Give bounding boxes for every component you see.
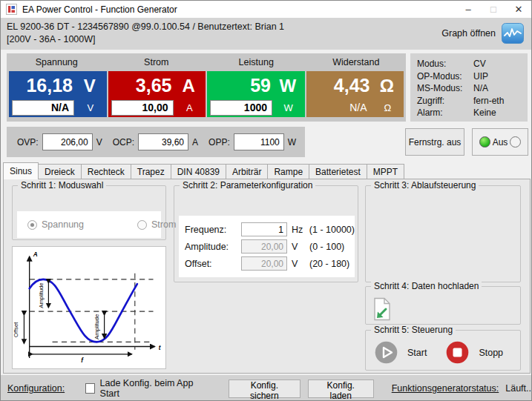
upload-file-icon[interactable] (372, 297, 392, 321)
autoload-checkbox[interactable] (85, 383, 94, 394)
open-graph-button[interactable]: Graph öffnen (441, 23, 524, 44)
power-value: 59 (207, 75, 271, 96)
current-set-unit: A (174, 102, 206, 113)
opp-input[interactable] (234, 133, 284, 150)
resistance-set-value: N/A (309, 102, 372, 113)
voltage-set-input[interactable] (12, 100, 74, 116)
period-label: f (81, 357, 84, 364)
opp-label: OPP: (208, 137, 230, 148)
radio-spannung[interactable]: Spannung (27, 219, 84, 230)
step1-group: Schritt 1: Moduswahl Spannung Strom (12, 185, 166, 240)
status-label-alarm: Alarm: (417, 107, 473, 118)
radio-selected-icon (27, 220, 37, 230)
remote-control-button[interactable]: Fernstrg. aus (405, 128, 464, 156)
channel-label-resistance: Widerstand (306, 57, 407, 67)
voltage-set-unit: V (74, 102, 107, 113)
status-label-ms-modus: MS-Modus: (417, 83, 473, 93)
step4-title: Schritt 4: Daten hochladen (371, 281, 482, 291)
step3-group: Schritt 3: Ablaufsteuerung (365, 185, 521, 282)
tab-din40839[interactable]: DIN 40839 (171, 164, 226, 179)
load-config-button[interactable]: Konfig. laden (308, 380, 374, 398)
radio-strom[interactable]: Strom (137, 219, 176, 230)
ovp-input[interactable] (42, 133, 93, 150)
footer-bar: Konfiguration: Lade Konfig. beim App Sta… (1, 375, 531, 401)
minimize-icon[interactable]: – (456, 1, 481, 18)
voltage-display: 16,18 V V (9, 71, 107, 117)
stop-label: Stopp (479, 348, 503, 358)
status-value-alarm: Keine (473, 107, 496, 118)
tab-sinus[interactable]: Sinus (3, 162, 39, 179)
tab-rampe[interactable]: Rampe (267, 164, 309, 179)
window-title: EA Power Control - Function Generator (22, 4, 177, 15)
ocp-input[interactable] (138, 133, 188, 150)
ovp-label: OVP: (17, 137, 39, 148)
channel-label-current: Strom (107, 57, 207, 67)
power-set-input[interactable] (210, 100, 272, 116)
tab-arbitraer[interactable]: Arbiträr (226, 164, 268, 179)
amplitude-upper-label: Amplitude (38, 282, 45, 308)
amplitude-unit: V (292, 242, 309, 252)
app-window: EA Power Control - Function Generator – … (0, 0, 532, 401)
offset-unit: V (292, 259, 309, 269)
save-config-button[interactable]: Konfig. sichern (229, 380, 301, 398)
channel-label-power: Leistung (206, 57, 306, 67)
remote-control-label: Fernstrg. aus (409, 137, 462, 148)
amplitude-input[interactable] (241, 239, 287, 253)
device-info-line1: EL 9200-36 DT - 1234567890 @99.0.100.54 … (7, 21, 284, 32)
step1-title: Schritt 1: Moduswahl (18, 180, 106, 190)
close-icon[interactable]: ✕ (506, 1, 531, 18)
status-label-zugriff: Zugriff: (417, 96, 473, 106)
device-info-line2: [200V - 36A - 1000W] (7, 34, 96, 44)
stop-icon[interactable] (446, 341, 469, 364)
step5-title: Schritt 5: Steuerung (371, 325, 456, 335)
fg-status-label: Funktionsgeneratorstatus: (392, 383, 499, 394)
current-value: 3,65 (108, 75, 172, 96)
tab-batterietest[interactable]: Batterietest (309, 164, 367, 179)
status-value-ms-modus: N/A (473, 83, 488, 93)
measurement-panel: Spannung Strom Leistung Widerstand 16,18… (7, 53, 406, 122)
graph-icon[interactable] (502, 23, 524, 44)
tab-rechteck[interactable]: Rechteck (81, 164, 131, 179)
opp-unit: W (288, 137, 296, 148)
play-icon[interactable] (375, 341, 398, 364)
amplitude-range: (0 - 100) (309, 242, 344, 252)
sinus-tab-panel: Schritt 1: Moduswahl Spannung Strom Schr… (3, 179, 531, 374)
axis-t-label: t (159, 345, 162, 351)
led-on-icon (479, 136, 490, 148)
parameter-panel: Frequenz: Hz (1 - 10000) Amplitude: V (0… (179, 216, 355, 277)
protection-panel: OVP: V OCP: A OPP: W (7, 127, 305, 157)
output-toggle[interactable]: Aus (472, 128, 528, 156)
voltage-unit: V (73, 76, 107, 96)
current-set-input[interactable] (111, 100, 174, 116)
sine-diagram-svg: A t Amplitude Amplitude Offset f (13, 247, 165, 368)
start-label: Start (407, 348, 427, 358)
amplitude-lower-label: Amplitude (93, 314, 100, 339)
frequency-input[interactable] (241, 222, 287, 236)
tab-dreieck[interactable]: Dreieck (38, 164, 82, 179)
ovp-unit: V (96, 137, 102, 148)
title-bar: EA Power Control - Function Generator – … (1, 1, 531, 18)
offset-input[interactable] (241, 256, 287, 271)
configuration-label: Konfiguration: (7, 383, 65, 394)
step4-group: Schritt 4: Daten hochladen (365, 286, 521, 325)
axis-a-label: A (33, 251, 38, 258)
function-tabs: Sinus Dreieck Rechteck Trapez DIN 40839 … (3, 162, 404, 179)
voltage-value: 16,18 (9, 75, 73, 96)
frequency-label: Frequenz: (185, 225, 241, 235)
maximize-icon[interactable]: □ (481, 1, 506, 18)
tab-mppt[interactable]: MPPT (367, 164, 404, 179)
status-value-zugriff: fern-eth (473, 96, 504, 106)
status-label-op-modus: OP-Modus: (417, 71, 473, 82)
offset-label: Offset: (185, 259, 241, 269)
status-label-modus: Modus: (417, 59, 473, 69)
step2-group: Schritt 2: Parameterkonfiguration Freque… (174, 185, 358, 282)
offset-diagram-label: Offset (13, 322, 19, 337)
autoload-label: Lade Konfig. beim App Start (100, 378, 200, 399)
sine-diagram: A t Amplitude Amplitude Offset f (12, 246, 166, 369)
resistance-value: 4,43 (306, 75, 370, 96)
resistance-display: 4,43 Ω N/A Ω (306, 71, 404, 117)
step5-group: Schritt 5: Steuerung Start Stopp (365, 330, 521, 371)
step3-title: Schritt 3: Ablaufsteuerung (371, 180, 479, 190)
tab-trapez[interactable]: Trapez (131, 164, 171, 179)
ocp-unit: A (192, 137, 198, 148)
